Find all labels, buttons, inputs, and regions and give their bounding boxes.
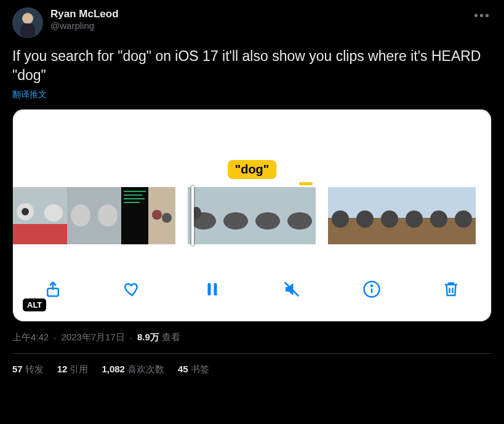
- info-icon[interactable]: [359, 277, 384, 302]
- svg-point-33: [332, 210, 349, 228]
- caption-marker: [299, 182, 313, 185]
- more-icon[interactable]: •••: [474, 9, 490, 23]
- svg-point-26: [223, 212, 248, 230]
- thumbnail: [67, 187, 94, 244]
- svg-point-13: [98, 204, 118, 226]
- author-names[interactable]: Ryan McLeod @warpling: [50, 7, 119, 32]
- svg-rect-50: [207, 283, 210, 295]
- svg-rect-51: [214, 283, 217, 295]
- separator-dot: [51, 332, 58, 343]
- tweet: Ryan McLeod @warpling ••• If you search …: [0, 0, 504, 383]
- thumbnail: [94, 187, 121, 244]
- share-icon[interactable]: [41, 277, 65, 302]
- tweet-date[interactable]: 2023年7月17日: [61, 332, 124, 343]
- svg-rect-17: [124, 198, 145, 199]
- svg-point-1: [22, 13, 33, 24]
- thumbnail: [451, 187, 476, 244]
- clip-group-1: [13, 187, 175, 244]
- mute-icon[interactable]: [279, 277, 304, 302]
- svg-point-30: [287, 212, 312, 230]
- stat-retweets[interactable]: 57转发: [12, 364, 44, 375]
- translate-link[interactable]: 翻译推文: [12, 89, 47, 100]
- media-toolbar: [13, 271, 491, 308]
- tweet-text: If you search for "dog" on iOS 17 it'll …: [12, 47, 492, 85]
- views-label: 查看: [162, 332, 180, 343]
- thumbnail: [377, 187, 402, 244]
- svg-point-20: [152, 210, 162, 220]
- svg-rect-6: [13, 224, 40, 244]
- thumbnail: [426, 187, 451, 244]
- separator-dot: [127, 332, 135, 343]
- svg-rect-9: [40, 224, 67, 244]
- thumbnail: [284, 187, 316, 244]
- avatar[interactable]: [12, 7, 43, 38]
- playhead[interactable]: [191, 186, 194, 246]
- stat-bookmarks[interactable]: 45书签: [178, 364, 209, 375]
- tweet-header: Ryan McLeod @warpling: [12, 7, 492, 38]
- svg-rect-2: [20, 23, 35, 38]
- thumbnail: [148, 187, 175, 244]
- svg-point-55: [371, 285, 372, 286]
- svg-point-42: [406, 210, 423, 228]
- svg-rect-16: [124, 194, 142, 196]
- pause-icon[interactable]: [200, 277, 225, 302]
- svg-point-36: [356, 210, 374, 228]
- svg-point-8: [44, 204, 63, 222]
- svg-point-45: [430, 210, 447, 228]
- caption-chip: "dog": [228, 160, 277, 179]
- tweet-stats: 57转发 12引用 1,082喜欢次数 45书签: [12, 354, 492, 375]
- stat-quotes[interactable]: 12引用: [57, 364, 89, 375]
- thumbnail: [121, 187, 148, 244]
- handle: @warpling: [50, 20, 119, 32]
- tweet-meta: 上午4:42 2023年7月17日 8.9万 查看: [12, 332, 492, 354]
- svg-point-48: [455, 210, 472, 228]
- thumbnail: [252, 187, 284, 244]
- trash-icon[interactable]: [439, 277, 463, 302]
- svg-rect-18: [124, 202, 140, 203]
- svg-point-39: [381, 210, 398, 228]
- alt-badge[interactable]: ALT: [23, 298, 46, 311]
- svg-point-11: [71, 204, 90, 226]
- thumbnail: [220, 187, 252, 244]
- stat-likes[interactable]: 1,082喜欢次数: [102, 364, 164, 375]
- video-timeline[interactable]: [13, 187, 491, 244]
- thumbnail: [353, 187, 377, 244]
- svg-point-28: [255, 212, 280, 230]
- thumbnail: [13, 187, 40, 244]
- heart-icon[interactable]: [120, 277, 145, 302]
- tweet-time[interactable]: 上午4:42: [12, 332, 49, 343]
- thumbnail: [328, 187, 353, 244]
- display-name: Ryan McLeod: [50, 7, 119, 20]
- svg-point-21: [162, 213, 172, 223]
- svg-rect-15: [124, 191, 146, 192]
- clip-group-3: [328, 187, 476, 244]
- clip-group-2: [188, 187, 316, 244]
- thumbnail: [402, 187, 426, 244]
- svg-point-5: [22, 208, 29, 215]
- views-count: 8.9万: [137, 332, 159, 343]
- attached-media[interactable]: "dog": [12, 109, 492, 322]
- thumbnail: [40, 187, 67, 244]
